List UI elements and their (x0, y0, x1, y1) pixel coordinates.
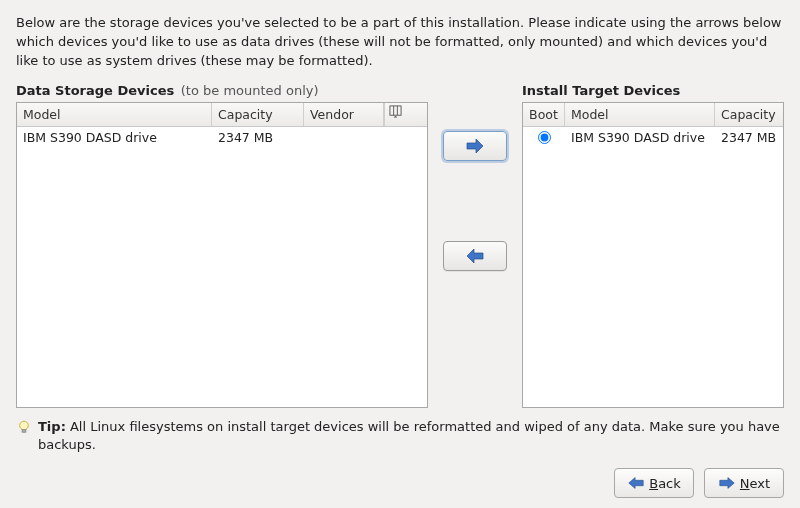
col-capacity-header[interactable]: Capacity (715, 103, 781, 126)
cell-boot[interactable] (523, 129, 565, 146)
cell-capacity: 2347 MB (212, 128, 304, 147)
data-storage-subtitle: (to be mounted only) (181, 83, 319, 98)
footer-nav: Back Next (16, 468, 784, 498)
move-left-button[interactable] (443, 241, 507, 271)
svg-point-6 (20, 421, 29, 430)
data-storage-title-text: Data Storage Devices (16, 83, 174, 98)
svg-marker-4 (467, 139, 483, 153)
lightbulb-icon (16, 419, 32, 440)
install-target-body[interactable]: IBM S390 DASD drive 2347 MB (523, 127, 783, 407)
table-row[interactable]: IBM S390 DASD drive 2347 MB (523, 127, 783, 149)
column-chooser-button[interactable] (384, 103, 406, 126)
data-storage-title: Data Storage Devices (to be mounted only… (16, 83, 428, 98)
install-target-table: Boot Model Capacity IBM S390 DASD drive … (522, 102, 784, 408)
boot-radio[interactable] (538, 131, 551, 144)
data-storage-header-row: Model Capacity Vendor (17, 103, 427, 127)
cell-model: IBM S390 DASD drive (565, 128, 715, 147)
svg-rect-0 (390, 105, 401, 114)
install-target-panel: Install Target Devices Boot Model Capaci… (522, 83, 784, 408)
install-target-title-text: Install Target Devices (522, 83, 680, 98)
svg-marker-9 (629, 478, 643, 489)
data-storage-panel: Data Storage Devices (to be mounted only… (16, 83, 428, 408)
tip-label: Tip: (38, 419, 66, 434)
move-right-button[interactable] (443, 131, 507, 161)
tip-body: All Linux filesystems on install target … (38, 419, 780, 452)
device-assignment-area: Data Storage Devices (to be mounted only… (16, 83, 784, 408)
cell-model: IBM S390 DASD drive (17, 128, 212, 147)
data-storage-table: Model Capacity Vendor IBM S390 (16, 102, 428, 408)
svg-marker-10 (720, 478, 734, 489)
tip-row: Tip: All Linux filesystems on install ta… (16, 418, 784, 454)
install-target-title: Install Target Devices (522, 83, 784, 98)
arrow-right-icon (465, 137, 485, 155)
col-capacity-header[interactable]: Capacity (212, 103, 304, 126)
back-button[interactable]: Back (614, 468, 694, 498)
col-model-header[interactable]: Model (17, 103, 212, 126)
arrow-left-icon (465, 247, 485, 265)
back-button-label: Back (649, 476, 681, 491)
install-target-header-row: Boot Model Capacity (523, 103, 783, 127)
svg-marker-5 (467, 249, 483, 263)
transfer-buttons (428, 83, 522, 408)
next-button[interactable]: Next (704, 468, 784, 498)
next-button-label: Next (740, 476, 770, 491)
col-boot-header[interactable]: Boot (523, 103, 565, 126)
arrow-right-icon (718, 476, 736, 490)
cell-capacity: 2347 MB (715, 128, 781, 147)
table-row[interactable]: IBM S390 DASD drive 2347 MB (17, 127, 427, 149)
intro-text: Below are the storage devices you've sel… (16, 14, 784, 71)
tip-text: Tip: All Linux filesystems on install ta… (38, 418, 784, 454)
svg-marker-3 (394, 115, 398, 117)
arrow-left-icon (627, 476, 645, 490)
data-storage-body[interactable]: IBM S390 DASD drive 2347 MB (17, 127, 427, 407)
cell-vendor (304, 136, 384, 140)
col-vendor-header[interactable]: Vendor (304, 103, 384, 126)
col-model-header[interactable]: Model (565, 103, 715, 126)
columns-icon (389, 105, 402, 118)
